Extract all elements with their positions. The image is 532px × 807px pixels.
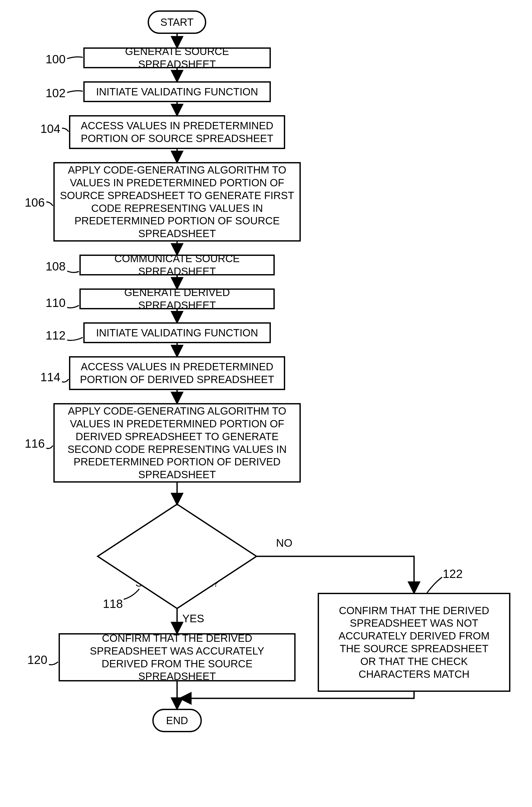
step-106-text: APPLY CODE-GENERATING ALGORITHM TO VALUE…: [60, 164, 294, 240]
ref-110: 110: [45, 296, 65, 310]
ref-104: 104: [40, 122, 60, 136]
ref-102: 102: [45, 86, 65, 100]
ref-122: 122: [443, 567, 463, 581]
leader-116: [46, 445, 53, 448]
leader-100: [67, 57, 83, 59]
step-114-text: ACCESS VALUES IN PREDETERMINED PORTION O…: [76, 360, 279, 386]
terminator-end: END: [152, 709, 202, 732]
ref-120: 120: [27, 653, 48, 667]
ref-108: 108: [45, 259, 65, 273]
leader-106: [46, 202, 53, 206]
step-106: APPLY CODE-GENERATING ALGORITHM TO VALUE…: [53, 162, 301, 241]
step-104-text: ACCESS VALUES IN PREDETERMINED PORTION O…: [76, 120, 279, 145]
terminator-start-label: START: [160, 16, 193, 28]
ref-106: 106: [25, 196, 45, 209]
branch-yes: YES: [182, 612, 204, 625]
ref-116: 116: [25, 437, 45, 451]
ref-114: 114: [40, 370, 60, 384]
decision-118-text: DETERMINE WHETHER THE FIRST CODE MATCHES…: [129, 526, 225, 589]
leader-102: [67, 91, 83, 92]
terminator-start: START: [148, 11, 206, 34]
ref-112: 112: [45, 328, 65, 343]
step-102-text: INITIATE VALIDATING FUNCTION: [96, 86, 258, 98]
arrow-122-merge: [181, 692, 414, 698]
leader-112: [67, 337, 83, 340]
step-120: CONFIRM THAT THE DERIVED SPREADSHEET WAS…: [59, 633, 296, 681]
step-100-text: GENERATE SOURCE SPREADSHEET: [90, 45, 264, 71]
leader-108: [67, 271, 79, 273]
leader-122: [427, 577, 442, 593]
flowchart-canvas: START GENERATE SOURCE SPREADSHEET 100 IN…: [0, 0, 532, 807]
leader-120: [49, 662, 58, 665]
step-108: COMMUNICATE SOURCE SPREADSHEET: [79, 255, 275, 275]
step-104: ACCESS VALUES IN PREDETERMINED PORTION O…: [69, 115, 285, 149]
step-122: CONFIRM THAT THE DERIVED SPREADSHEET WAS…: [318, 593, 510, 692]
step-110-text: GENERATE DERIVED SPREADSHEET: [86, 286, 268, 312]
step-116: APPLY CODE-GENERATING ALGORITHM TO VALUE…: [53, 403, 301, 482]
branch-no: NO: [276, 537, 292, 549]
step-116-text: APPLY CODE-GENERATING ALGORITHM TO VALUE…: [60, 405, 294, 481]
step-122-text: CONFIRM THAT THE DERIVED SPREADSHEET WAS…: [331, 604, 497, 681]
ref-100: 100: [45, 52, 65, 66]
decision-118-text-wrap: DETERMINE WHETHER THE FIRST CODE MATCHES…: [129, 526, 225, 589]
step-120-text: CONFIRM THAT THE DERIVED SPREADSHEET WAS…: [70, 632, 284, 683]
step-102: INITIATE VALIDATING FUNCTION: [83, 81, 271, 102]
step-112: INITIATE VALIDATING FUNCTION: [83, 322, 271, 343]
leader-118: [124, 589, 139, 599]
leader-110: [67, 306, 79, 308]
arrow-118-122: [256, 556, 414, 592]
step-112-text: INITIATE VALIDATING FUNCTION: [96, 327, 258, 339]
terminator-end-label: END: [166, 715, 188, 727]
step-110: GENERATE DERIVED SPREADSHEET: [79, 289, 275, 309]
ref-118: 118: [103, 597, 123, 611]
leader-104: [62, 128, 69, 132]
step-108-text: COMMUNICATE SOURCE SPREADSHEET: [86, 252, 268, 278]
step-114: ACCESS VALUES IN PREDETERMINED PORTION O…: [69, 356, 285, 390]
leader-114: [62, 379, 69, 382]
step-100: GENERATE SOURCE SPREADSHEET: [83, 48, 271, 68]
